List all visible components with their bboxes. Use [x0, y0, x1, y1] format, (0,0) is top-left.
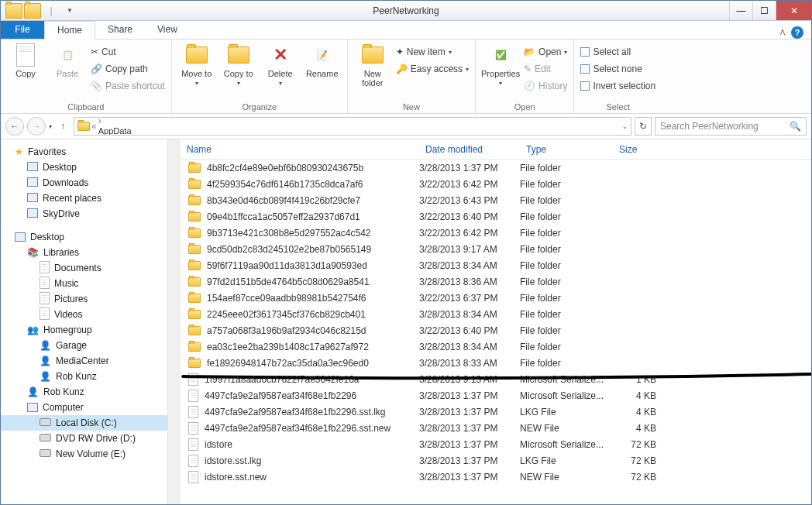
minimize-ribbon-icon[interactable]: ᐱ — [780, 29, 785, 36]
up-button[interactable]: ↑ — [55, 121, 71, 132]
col-date[interactable]: Date modified — [419, 144, 520, 155]
file-row[interactable]: 97fd2d151b5de4764b5c08d0629a85413/28/201… — [181, 273, 811, 290]
refresh-button[interactable]: ↻ — [635, 117, 652, 136]
tree-item[interactable]: 👤Garage — [1, 338, 180, 353]
tree-item-icon: 👤 — [40, 371, 51, 382]
new-folder-button[interactable]: New folder — [354, 43, 391, 88]
file-row[interactable]: fe18926948147b72ac35da0a3ec96ed03/28/201… — [181, 355, 811, 371]
tree-desktop[interactable]: Desktop — [1, 229, 180, 245]
tree-favorites[interactable]: ★Favorites — [1, 144, 180, 160]
file-icon — [188, 390, 198, 402]
nav-tree[interactable]: ★Favorites DesktopDownloadsRecent places… — [1, 139, 181, 504]
file-row[interactable]: 4f2599354c76df6146b1735c8dca7af63/22/201… — [181, 176, 811, 192]
move-to-button[interactable]: Move to▾ — [178, 43, 215, 87]
tree-item[interactable]: 👤MediaCenter — [1, 353, 180, 369]
tree-scrollbar[interactable] — [167, 139, 181, 504]
tree-item[interactable]: Recent places — [1, 191, 180, 206]
tree-item[interactable]: Downloads — [1, 175, 180, 191]
nav-root-icon[interactable] — [5, 3, 22, 19]
help-icon[interactable]: ? — [791, 26, 803, 39]
file-row[interactable]: 1f997f1a8aad0cb7622f7ae3042fe16a3/28/201… — [181, 371, 811, 387]
file-row[interactable]: a757a068f3a196b9af2934c046c8215d3/22/201… — [181, 322, 811, 338]
file-row[interactable]: 9b3713e421c308b8e5d297552ac4c5423/22/201… — [181, 225, 811, 241]
homegroup-icon: 👥 — [27, 325, 39, 335]
file-row[interactable]: idstore3/28/2013 1:37 PMMicrosoft Serial… — [181, 436, 811, 452]
tree-computer[interactable]: Computer — [1, 400, 180, 415]
col-name[interactable]: Name — [181, 144, 419, 155]
qat-folder-icon[interactable] — [24, 3, 41, 19]
properties-button[interactable]: ✅Properties▾ — [482, 43, 519, 87]
file-row[interactable]: 9cd50db2c83d245102e2be87b05651493/28/201… — [181, 241, 811, 257]
file-row[interactable]: idstore.sst.new3/28/2013 1:37 PMNEW File… — [181, 469, 811, 485]
close-button[interactable]: ✕ — [776, 1, 811, 20]
file-row[interactable]: 4497cfa9e2af9587eaf34f68e1fb22963/28/201… — [181, 387, 811, 404]
open-button[interactable]: 📂Open▾ — [524, 44, 567, 60]
view-tab[interactable]: View — [145, 20, 190, 39]
edit-button[interactable]: ✎Edit — [524, 61, 567, 77]
libraries-icon: 📚 — [27, 247, 39, 258]
file-row[interactable]: 59f6f7119aa90d11da3813d1a90593ed3/28/201… — [181, 257, 811, 273]
col-type[interactable]: Type — [520, 144, 613, 155]
tree-item[interactable]: Local Disk (C:) — [1, 415, 180, 431]
file-row[interactable]: 4b8fc2cf4e89e0ebf6b080930243675b3/28/201… — [181, 160, 811, 176]
forward-button[interactable]: → — [27, 117, 46, 136]
delete-button[interactable]: ✕Delete▾ — [262, 43, 299, 87]
star-icon: ★ — [15, 146, 23, 157]
column-headers[interactable]: Name Date modified Type Size — [181, 139, 811, 160]
tree-item-icon — [27, 162, 38, 173]
select-all-button[interactable]: Select all — [580, 44, 655, 60]
address-bar[interactable]: « Windows›ServiceProfiles›LocalService›A… — [74, 117, 631, 136]
easy-access-button[interactable]: 🔑Easy access▾ — [396, 61, 469, 77]
copy-path-button[interactable]: 🔗Copy path — [91, 61, 165, 77]
user-icon: 👤 — [27, 386, 39, 397]
qat-customize-icon[interactable]: ▼ — [61, 3, 78, 19]
home-tab[interactable]: Home — [44, 21, 95, 40]
file-row[interactable]: 8b343e0d46cb089f4f419c26bf29cfe73/22/201… — [181, 192, 811, 208]
ribbon-tabs: File Home Share View ᐱ ? — [1, 21, 811, 40]
file-list[interactable]: Name Date modified Type Size 4b8fc2cf4e8… — [181, 139, 811, 504]
tree-item-icon — [27, 193, 38, 204]
tree-robkunz[interactable]: 👤Rob Kunz — [1, 384, 180, 400]
file-row[interactable]: 2245eee02f3617345cf376cb829cb4013/28/201… — [181, 306, 811, 322]
tree-item[interactable]: Music — [1, 276, 180, 291]
recent-locations-button[interactable]: ▾ — [49, 123, 52, 130]
copy-to-button[interactable]: Copy to▾ — [220, 43, 257, 87]
tree-item[interactable]: DVD RW Drive (D:) — [1, 431, 180, 446]
file-row[interactable]: ea03c1ee2ba239b1408c17a9627af9723/28/201… — [181, 338, 811, 355]
back-button[interactable]: ← — [5, 117, 24, 136]
tree-item[interactable]: Pictures — [1, 291, 180, 307]
delete-x-icon: ✕ — [274, 45, 287, 65]
paste-shortcut-button[interactable]: 📎Paste shortcut — [91, 78, 165, 94]
tree-item[interactable]: Documents — [1, 260, 180, 276]
paste-button[interactable]: 📋Paste — [49, 43, 86, 78]
tree-item[interactable]: Desktop — [1, 160, 180, 175]
file-row[interactable]: 09e4b1ffcca1ac5057eff2a2937d67d13/22/201… — [181, 208, 811, 225]
select-none-button[interactable]: Select none — [580, 61, 655, 77]
col-size[interactable]: Size — [613, 144, 667, 155]
tree-item[interactable]: Videos — [1, 307, 180, 322]
minimize-button[interactable]: — — [729, 1, 752, 20]
tree-libraries[interactable]: 📚Libraries — [1, 245, 180, 260]
tree-item[interactable]: 👤Rob Kunz — [1, 369, 180, 384]
maximize-button[interactable]: ☐ — [752, 1, 776, 20]
file-tab[interactable]: File — [1, 20, 44, 39]
share-tab[interactable]: Share — [95, 20, 145, 39]
tree-item[interactable]: New Volume (E:) — [1, 446, 180, 462]
file-row[interactable]: 4497cfa9e2af9587eaf34f68e1fb2296.sst.lkg… — [181, 404, 811, 420]
cut-button[interactable]: ✂Cut — [91, 44, 165, 60]
file-row[interactable]: 154aef87cce09aadbb98981b542754f63/22/201… — [181, 290, 811, 306]
file-row[interactable]: idstore.sst.lkg3/28/2013 1:37 PMLKG File… — [181, 452, 811, 469]
search-box[interactable]: Search PeerNetworking 🔍 — [655, 117, 807, 136]
new-item-button[interactable]: ✦New item▾ — [396, 44, 469, 60]
invert-selection-button[interactable]: Invert selection — [580, 78, 655, 94]
copy-button[interactable]: Copy — [7, 43, 44, 78]
breadcrumb-item[interactable]: AppData — [98, 126, 159, 136]
title-bar: | ▼ PeerNetworking — ☐ ✕ — [1, 1, 811, 21]
file-icon — [188, 422, 198, 435]
file-row[interactable]: 4497cfa9e2af9587eaf34f68e1fb2296.sst.new… — [181, 420, 811, 436]
address-dropdown-icon[interactable]: ⌄ — [622, 123, 628, 130]
rename-button[interactable]: 📝Rename — [304, 43, 341, 78]
tree-homegroup[interactable]: 👥Homegroup — [1, 322, 180, 338]
history-button[interactable]: 🕘History — [524, 78, 567, 94]
tree-item[interactable]: SkyDrive — [1, 206, 180, 222]
